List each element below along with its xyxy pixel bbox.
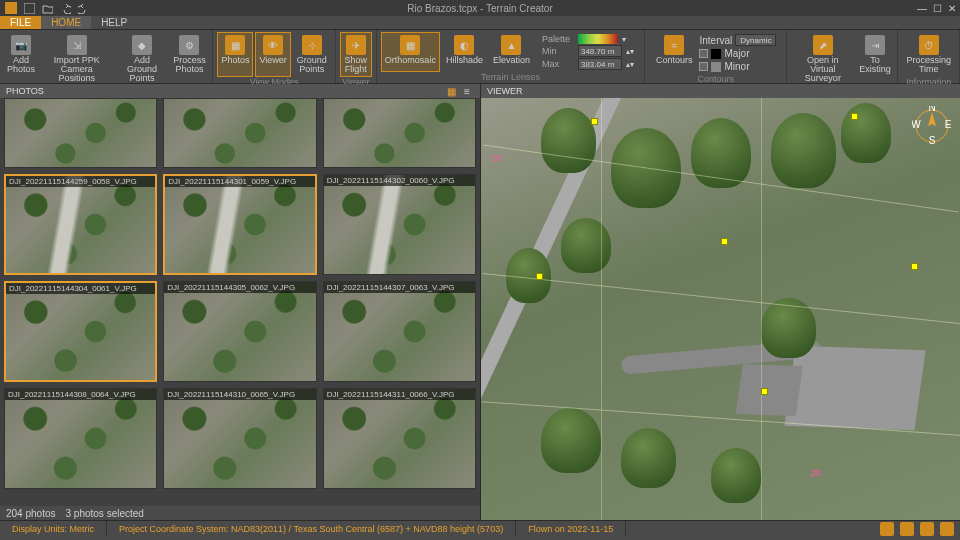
photo-thumb[interactable]: DJI_20221115144301_0059_V.JPG xyxy=(163,174,316,275)
svg-text:E: E xyxy=(945,119,952,130)
import-ppk-button[interactable]: ⇲Import PPKCamera Positions xyxy=(40,32,114,86)
survey-marker[interactable] xyxy=(851,113,858,120)
building xyxy=(784,346,925,431)
processing-time-button[interactable]: ⏱ProcessingTime xyxy=(902,32,955,77)
elevation-button[interactable]: ▲Elevation xyxy=(489,32,534,72)
status-icon-4[interactable] xyxy=(940,522,954,536)
status-icon-2[interactable] xyxy=(900,522,914,536)
status-flown: Flown on 2022-11-15 xyxy=(516,521,626,536)
viewer-3d[interactable]: 20 10 NEWS xyxy=(481,98,960,520)
tab-help[interactable]: HELP xyxy=(91,16,137,29)
photo-filename: DJI_20221115144311_0066_V.JPG xyxy=(324,389,475,400)
clock-icon: ⏱ xyxy=(919,35,939,55)
svg-rect-0 xyxy=(5,2,17,14)
photo-filename: DJI_20221115144307_0063_V.JPG xyxy=(324,282,475,293)
photo-grid: DJI_20221115144259_0058_V.JPGDJI_2022111… xyxy=(0,98,480,506)
viewer-icon: 👁 xyxy=(263,35,283,55)
photo-filename: DJI_20221115144304_0061_V.JPG xyxy=(6,283,155,294)
major-checkbox[interactable] xyxy=(699,49,708,58)
photos-icon: ▦ xyxy=(225,35,245,55)
orthomosaic-icon: ▦ xyxy=(400,35,420,55)
photo-selected: 3 photos selected xyxy=(66,508,144,519)
view-photos-button[interactable]: ▦Photos xyxy=(217,32,253,77)
ground-points-icon: ◆ xyxy=(132,35,152,55)
photo-thumb[interactable]: DJI_20221115144308_0064_V.JPG xyxy=(4,388,157,489)
add-photos-button[interactable]: 📷AddPhotos xyxy=(4,32,38,86)
interval-select[interactable]: Dynamic xyxy=(735,34,776,46)
import-icon: ⇲ xyxy=(67,35,87,55)
photo-thumb[interactable] xyxy=(323,98,476,168)
min-input[interactable]: 348.70 m xyxy=(578,45,622,57)
major-label: Major xyxy=(724,48,749,59)
view-ground-points-button[interactable]: ⊹GroundPoints xyxy=(293,32,331,77)
min-label: Min xyxy=(542,46,574,56)
maximize-button[interactable]: ☐ xyxy=(933,3,942,14)
window-title: Rio Brazos.tcpx - Terrain Creator xyxy=(407,3,552,14)
orthomosaic-button[interactable]: ▦Orthomosaic xyxy=(381,32,440,72)
status-units[interactable]: Display Units: Metric xyxy=(0,521,107,536)
to-existing-button[interactable]: ⇥ToExisting xyxy=(856,32,893,86)
survey-marker[interactable] xyxy=(721,238,728,245)
photo-thumb[interactable]: DJI_20221115144310_0065_V.JPG xyxy=(163,388,316,489)
photo-filename: DJI_20221115144305_0062_V.JPG xyxy=(164,282,315,293)
minor-checkbox[interactable] xyxy=(699,62,708,71)
max-label: Max xyxy=(542,59,574,69)
tab-home[interactable]: HOME xyxy=(41,16,91,29)
open-vs-button[interactable]: ⬈Open in VirtualSurveyor xyxy=(791,32,854,86)
compass[interactable]: NEWS xyxy=(912,106,952,146)
photo-thumb[interactable]: DJI_20221115144259_0058_V.JPG xyxy=(4,174,157,275)
list-view-button[interactable]: ≡ xyxy=(460,85,474,97)
survey-marker[interactable] xyxy=(911,263,918,270)
ribbon: 📷AddPhotos ⇲Import PPKCamera Positions ◆… xyxy=(0,30,960,84)
survey-marker[interactable] xyxy=(761,388,768,395)
elevation-icon: ▲ xyxy=(501,35,521,55)
titlebar: Rio Brazos.tcpx - Terrain Creator — ☐ ✕ xyxy=(0,0,960,16)
process-photos-button[interactable]: ⚙ProcessPhotos xyxy=(170,32,208,86)
undo-icon[interactable] xyxy=(58,1,72,15)
minimize-button[interactable]: — xyxy=(917,3,927,14)
photo-thumb[interactable]: DJI_20221115144311_0066_V.JPG xyxy=(323,388,476,489)
photo-thumb[interactable] xyxy=(163,98,316,168)
palette-gradient[interactable] xyxy=(578,34,618,44)
svg-marker-3 xyxy=(928,112,936,126)
add-ground-points-button[interactable]: ◆Add GroundPoints xyxy=(116,32,169,86)
photo-filename: DJI_20221115144310_0065_V.JPG xyxy=(164,389,315,400)
points-icon: ⊹ xyxy=(302,35,322,55)
save-icon[interactable] xyxy=(22,1,36,15)
photo-filename: DJI_20221115144259_0058_V.JPG xyxy=(6,176,155,187)
photo-thumb[interactable] xyxy=(4,98,157,168)
tab-file[interactable]: FILE xyxy=(0,16,41,29)
svg-text:N: N xyxy=(928,106,935,113)
hillshade-button[interactable]: ◐Hillshade xyxy=(442,32,487,72)
status-crs[interactable]: Project Coordinate System: NAD83(2011) /… xyxy=(107,521,516,536)
photo-thumb[interactable]: DJI_20221115144305_0062_V.JPG xyxy=(163,281,316,382)
close-button[interactable]: ✕ xyxy=(948,3,956,14)
flight-icon: ✈ xyxy=(346,35,366,55)
photo-add-icon: 📷 xyxy=(11,35,31,55)
group-label-lenses: Terrain Lenses xyxy=(381,72,640,83)
interval-label: Interval xyxy=(699,35,732,46)
photo-thumb[interactable]: DJI_20221115144307_0063_V.JPG xyxy=(323,281,476,382)
survey-marker[interactable] xyxy=(591,118,598,125)
hillshade-icon: ◐ xyxy=(454,35,474,55)
photo-thumb[interactable]: DJI_20221115144304_0061_V.JPG xyxy=(4,281,157,382)
photo-filename: DJI_20221115144308_0064_V.JPG xyxy=(5,389,156,400)
status-icon-3[interactable] xyxy=(920,522,934,536)
contours-button[interactable]: ≈Contours xyxy=(655,34,694,66)
photo-thumb[interactable]: DJI_20221115144302_0060_V.JPG xyxy=(323,174,476,275)
viewer-panel: VIEWER 20 xyxy=(480,84,960,520)
redo-icon[interactable] xyxy=(76,1,90,15)
photos-panel: PHOTOS ▦ ≡ DJI_20221115144259_0058_V.JPG… xyxy=(0,84,480,520)
open-icon[interactable] xyxy=(40,1,54,15)
survey-marker[interactable] xyxy=(536,273,543,280)
max-input[interactable]: 383.04 m xyxy=(578,58,622,70)
photo-filename: DJI_20221115144301_0059_V.JPG xyxy=(165,176,314,187)
open-vs-icon: ⬈ xyxy=(813,35,833,55)
dimension-label: 20 xyxy=(811,468,821,478)
palette-label: Palette xyxy=(542,34,574,44)
contours-icon: ≈ xyxy=(664,35,684,55)
grid-view-button[interactable]: ▦ xyxy=(444,85,458,97)
show-flight-button[interactable]: ✈ShowFlight xyxy=(340,32,372,77)
view-viewer-button[interactable]: 👁Viewer xyxy=(255,32,290,77)
status-icon-1[interactable] xyxy=(880,522,894,536)
